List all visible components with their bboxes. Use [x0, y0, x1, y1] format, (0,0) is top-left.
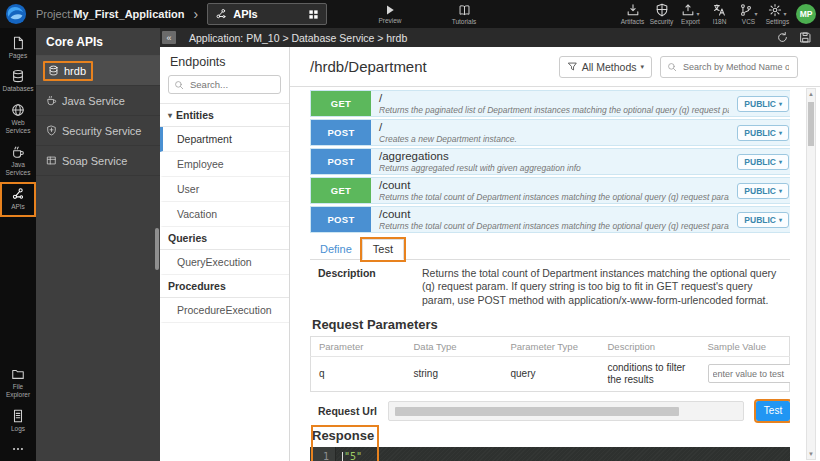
method-path: /aggregations: [379, 150, 729, 163]
endpoint-item-procedureexecution[interactable]: ProcedureExecution: [160, 298, 289, 323]
table-header-row: ParameterData TypeParameter TypeDescript…: [311, 336, 790, 356]
sample-value-input[interactable]: [708, 364, 791, 383]
methods-search: [660, 56, 798, 78]
method-path: /count: [379, 208, 729, 221]
endpoints-group-label: Entities: [176, 109, 214, 121]
endpoint-item-user[interactable]: User: [160, 177, 289, 202]
refresh-icon[interactable]: [776, 31, 789, 44]
user-avatar[interactable]: MP: [796, 4, 816, 24]
grid-icon[interactable]: [308, 9, 319, 20]
endpoint-search-input[interactable]: [188, 78, 275, 91]
method-access-label: PUBLIC: [744, 157, 776, 167]
scroll-up-arrow[interactable]: ▲: [807, 91, 815, 97]
request-url-label: Request Url: [310, 405, 388, 417]
filter-icon: [567, 61, 578, 72]
tab-define[interactable]: Define: [310, 240, 362, 259]
param-table-row: qstringqueryconditions to filter the res…: [311, 356, 790, 391]
export-icon: [681, 3, 695, 17]
methods-list: GET/Returns the paginated list of Depart…: [310, 87, 790, 233]
chevron-down-icon: ▾: [779, 100, 782, 107]
tab-apis-label: APIs: [233, 8, 257, 20]
method-verb-badge: GET: [311, 91, 371, 116]
tab-apis[interactable]: APIs: [207, 3, 327, 25]
core-apis-scrollbar[interactable]: [155, 228, 159, 270]
topbar-center: Preview Tutorials: [368, 0, 486, 28]
method-access-dropdown[interactable]: PUBLIC▾: [737, 183, 789, 199]
topbar-artifacts-button[interactable]: Artifacts: [618, 3, 647, 25]
method-access-dropdown[interactable]: PUBLIC▾: [737, 212, 789, 228]
appbar-actions: [776, 31, 812, 44]
response-editor[interactable]: 1 "5": [310, 447, 790, 461]
tutorials-button[interactable]: Tutorials: [442, 4, 486, 25]
rail-item-databases[interactable]: Databases: [1, 65, 35, 98]
rail-item-apis[interactable]: APIs: [1, 183, 35, 216]
scroll-down-arrow[interactable]: ▼: [807, 451, 815, 457]
endpoints-group-entities[interactable]: ▾Entities: [160, 103, 289, 127]
response-value: "5": [344, 451, 362, 461]
file-explorer-icon: [11, 367, 25, 381]
core-api-item-hrdb[interactable]: hrdb: [36, 56, 160, 86]
rail-item-pages[interactable]: Pages: [1, 32, 35, 65]
chevron-down-icon: ▾: [779, 129, 782, 136]
rail-item-java-services[interactable]: JavaServices: [1, 141, 35, 183]
method-row-get-count[interactable]: GET/countReturns the total count of Depa…: [310, 177, 790, 204]
editor-code-line: "5": [336, 447, 790, 461]
tab-test[interactable]: Test: [362, 239, 404, 260]
topbar-i18n-button[interactable]: I18N: [705, 3, 734, 25]
topbar-settings-button[interactable]: ▾Settings: [763, 3, 792, 25]
method-row-get[interactable]: GET/Returns the paginated list of Depart…: [310, 90, 790, 117]
method-row-post[interactable]: POST/Creates a new Department instance.P…: [310, 119, 790, 146]
topbar-security-button[interactable]: Security: [647, 3, 676, 25]
methods-search-input[interactable]: [681, 61, 791, 73]
wavemaker-logo[interactable]: [5, 3, 27, 25]
core-api-item-soap-service[interactable]: Soap Service: [36, 146, 160, 176]
test-button[interactable]: Test: [756, 401, 790, 421]
methods-filter-dropdown[interactable]: All Methods ▾: [559, 56, 652, 78]
method-description: Returns aggregated result with given agg…: [379, 163, 729, 173]
core-api-item-security-service[interactable]: Security Service: [36, 116, 160, 146]
method-verb-badge: POST: [311, 149, 371, 174]
core-apis-title: Core APIs: [36, 28, 160, 56]
main-scrollbar[interactable]: ▲ ▼: [806, 88, 816, 460]
method-verb-badge: GET: [311, 178, 371, 203]
project-name[interactable]: Project:My_First_Application: [36, 8, 185, 20]
preview-label: Preview: [378, 17, 401, 24]
method-description: Creates a new Department instance.: [379, 134, 729, 144]
endpoint-item-vacation[interactable]: Vacation: [160, 202, 289, 227]
method-access-dropdown[interactable]: PUBLIC▾: [737, 96, 789, 112]
endpoints-group-procedures[interactable]: Procedures: [160, 275, 289, 298]
chevron-right-icon: ›: [194, 6, 199, 22]
method-access-dropdown[interactable]: PUBLIC▾: [737, 154, 789, 170]
rail-item-logs[interactable]: Logs: [1, 405, 35, 438]
project-label: Project:: [36, 8, 73, 20]
method-description: Returns the total count of Department in…: [379, 221, 729, 231]
endpoints-search: [168, 75, 281, 94]
pages-icon: [11, 36, 25, 50]
topbar-export-button[interactable]: ▾Export: [676, 3, 705, 25]
collapse-panel-button[interactable]: «: [162, 31, 176, 44]
endpoint-item-queryexecution[interactable]: QueryExecution: [160, 250, 289, 275]
scrollbar-thumb[interactable]: [808, 102, 814, 146]
soap-icon: [46, 155, 57, 166]
settings-icon: [768, 3, 782, 17]
rail-item-web-services[interactable]: WebServices: [1, 99, 35, 141]
method-row-post-aggregations[interactable]: POST/aggregationsReturns aggregated resu…: [310, 148, 790, 175]
param-col-description: Description: [600, 336, 700, 356]
rail-item-file-explorer[interactable]: FileExplorer: [1, 363, 35, 405]
param-cell-parameter: q: [311, 356, 406, 391]
preview-button[interactable]: Preview: [368, 4, 412, 24]
rail-item-more[interactable]: [1, 438, 35, 461]
endpoints-group-queries[interactable]: Queries: [160, 227, 289, 250]
request-url-field[interactable]: [388, 401, 744, 421]
method-row-post-count[interactable]: POST/countReturns the total count of Dep…: [310, 206, 790, 233]
endpoint-item-employee[interactable]: Employee: [160, 152, 289, 177]
core-api-item-java-service[interactable]: Java Service: [36, 86, 160, 116]
endpoints-group-label: Procedures: [168, 280, 226, 292]
method-access-dropdown[interactable]: PUBLIC▾: [737, 125, 789, 141]
topbar-vcs-button[interactable]: ▾VCS: [734, 3, 763, 25]
endpoint-item-department[interactable]: Department: [160, 127, 289, 152]
top-bar: Project:My_First_Application › APIs Prev…: [0, 0, 820, 28]
chevron-down-icon: ▾: [779, 158, 782, 165]
save-icon[interactable]: [799, 31, 812, 44]
chevron-down-icon: ▾: [779, 216, 782, 223]
